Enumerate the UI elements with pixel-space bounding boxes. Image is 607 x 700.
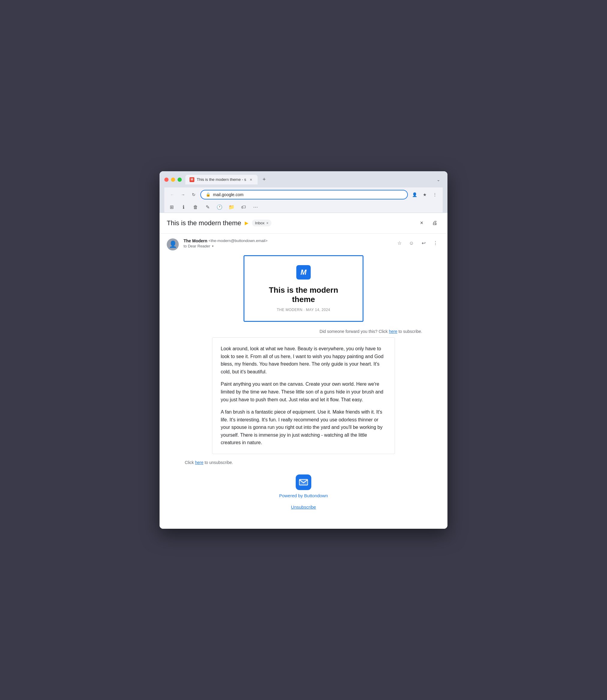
to-chevron-icon: ▾ xyxy=(212,245,213,248)
folder-icon[interactable]: 📁 xyxy=(228,204,235,211)
tab-close-button[interactable]: × xyxy=(249,177,253,182)
nav-bar: ← → ↻ 🔒 mail.google.com 👤 ★ ⋮ xyxy=(164,188,443,202)
emoji-reaction-button[interactable]: ☺ xyxy=(407,238,416,248)
toolbar-more-icon[interactable]: ⋯ xyxy=(252,204,259,211)
active-tab[interactable]: M This is the modern theme - s × xyxy=(185,175,258,185)
sender-info: The Modern <the-modern@buttondown.email>… xyxy=(184,238,390,248)
address-bar[interactable]: 🔒 mail.google.com xyxy=(200,190,408,199)
email-header-card: M This is the modern theme THE MODERN · … xyxy=(244,255,363,322)
star-button[interactable]: ☆ xyxy=(395,238,404,248)
profile-button[interactable]: 👤 xyxy=(410,190,419,199)
email-header-actions: × 🖨 xyxy=(416,218,440,229)
traffic-lights xyxy=(164,177,182,182)
browser-actions: 👤 ★ ⋮ xyxy=(410,190,439,199)
footer-unsubscribe-link[interactable]: Unsubscribe xyxy=(167,505,440,510)
subject-text: This is the modern theme xyxy=(167,219,241,227)
gmail-content: This is the modern theme ▶ Inbox × × 🖨 👤… xyxy=(160,213,447,529)
powered-by-buttondown-link[interactable]: Powered by Buttondown xyxy=(279,493,328,498)
email-thread-header: This is the modern theme ▶ Inbox × × 🖨 xyxy=(160,213,447,234)
close-traffic-light[interactable] xyxy=(164,177,169,182)
window-controls: ⌄ xyxy=(434,175,443,184)
sender-name-row: The Modern <the-modern@buttondown.email> xyxy=(184,238,390,243)
minimize-traffic-light[interactable] xyxy=(171,177,175,182)
forward-prefix: Did someone forward you this? Click xyxy=(320,329,388,334)
email-subject: This is the modern theme ▶ Inbox × xyxy=(167,219,271,227)
clock-icon[interactable]: 🕐 xyxy=(216,204,223,211)
browser-chrome: M This is the modern theme - s × + ⌄ ← →… xyxy=(160,171,447,213)
address-text: mail.google.com xyxy=(213,192,244,197)
unsubscribe-inline-link[interactable]: here xyxy=(195,460,203,465)
forward-suffix: to subscribe. xyxy=(399,329,422,334)
more-button[interactable]: ⋮ xyxy=(431,190,439,199)
back-button[interactable]: ← xyxy=(168,190,176,199)
subscribe-link[interactable]: here xyxy=(389,329,397,334)
tabs-bar: M This is the modern theme - s × + xyxy=(185,175,268,185)
sender-to-row[interactable]: to Dear Reader ▾ xyxy=(184,244,390,248)
body-paragraph-3: A fan brush is a fantastic piece of equi… xyxy=(221,408,386,447)
newsletter-title: This is the modern theme xyxy=(256,285,351,304)
sender-to-text: to Dear Reader xyxy=(184,244,210,248)
label-icon[interactable]: 🏷 xyxy=(240,204,247,211)
subject-arrow-icon: ▶ xyxy=(245,220,248,226)
unsubscribe-suffix: to unsubscribe. xyxy=(205,460,233,465)
window-expand-button[interactable]: ⌄ xyxy=(434,175,443,184)
body-paragraph-1: Look around, look at what we have. Beaut… xyxy=(221,345,386,376)
forward-notice: Did someone forward you this? Click here… xyxy=(167,329,440,334)
maximize-traffic-light[interactable] xyxy=(177,177,182,182)
unsubscribe-prefix: Click xyxy=(185,460,194,465)
title-bar: M This is the modern theme - s × + ⌄ xyxy=(164,175,443,185)
more-options-button[interactable]: ⋮ xyxy=(431,238,440,248)
newsletter-logo: M xyxy=(296,265,311,279)
tab-title: This is the modern theme - s xyxy=(197,177,246,182)
print-button[interactable]: 🖨 xyxy=(430,218,440,229)
sender-name: The Modern xyxy=(184,238,207,243)
sender-actions: ☆ ☺ ↩ ⋮ xyxy=(395,238,440,248)
forward-button[interactable]: → xyxy=(179,190,187,199)
tab-favicon: M xyxy=(190,177,194,182)
buttondown-footer: Powered by Buttondown Unsubscribe xyxy=(167,474,440,517)
reply-button[interactable]: ↩ xyxy=(419,238,428,248)
delete-icon[interactable]: 🗑 xyxy=(192,204,199,211)
buttondown-logo-icon xyxy=(296,474,311,490)
unsubscribe-row: Click here to unsubscribe. xyxy=(167,460,440,465)
email-body: M This is the modern theme THE MODERN · … xyxy=(160,255,447,529)
inbox-badge: Inbox × xyxy=(252,219,271,227)
info-icon[interactable]: ℹ xyxy=(180,204,187,211)
apps-icon[interactable]: ⊞ xyxy=(168,204,175,211)
bookmark-button[interactable]: ★ xyxy=(420,190,429,199)
browser-window: M This is the modern theme - s × + ⌄ ← →… xyxy=(160,171,447,529)
reload-button[interactable]: ↻ xyxy=(190,190,198,199)
newsletter-meta: THE MODERN · MAY 14, 2024 xyxy=(256,308,351,312)
email-text-box: Look around, look at what we have. Beaut… xyxy=(212,337,395,454)
body-paragraph-2: Paint anything you want on the canvas. C… xyxy=(221,380,386,403)
address-security-icon: 🔒 xyxy=(206,192,211,197)
close-email-button[interactable]: × xyxy=(416,218,427,229)
inbox-badge-close[interactable]: × xyxy=(266,221,268,225)
compose-icon[interactable]: ✎ xyxy=(204,204,211,211)
sender-email: <the-modern@buttondown.email> xyxy=(208,238,268,243)
new-tab-button[interactable]: + xyxy=(260,175,268,184)
email-sender-row: 👤 The Modern <the-modern@buttondown.emai… xyxy=(160,234,447,255)
avatar-person-icon: 👤 xyxy=(169,240,177,248)
inbox-badge-label: Inbox xyxy=(255,221,265,225)
browser-toolbar: ⊞ ℹ 🗑 ✎ 🕐 📁 🏷 ⋯ xyxy=(164,202,443,213)
sender-avatar: 👤 xyxy=(167,238,179,250)
